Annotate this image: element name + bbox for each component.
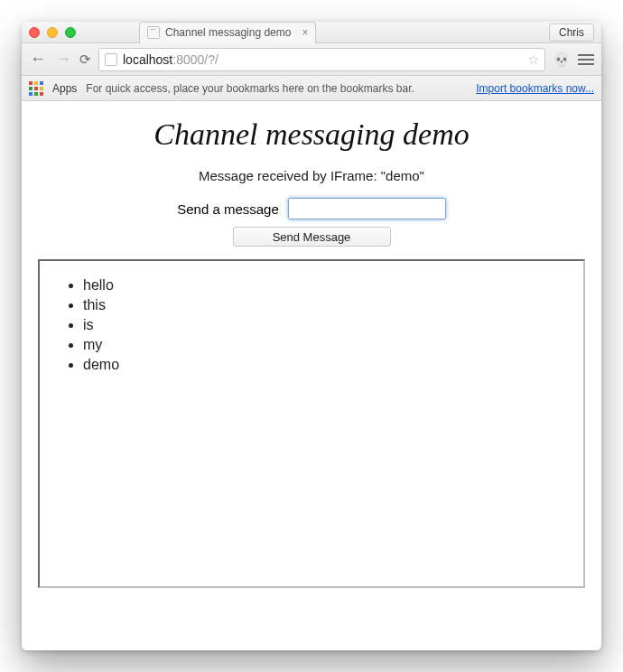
window-titlebar: Channel messaging demo × Chris — [22, 22, 601, 43]
extension-icon[interactable]: 💀 — [553, 51, 571, 68]
address-bar[interactable]: localhost:8000/?/ ☆ — [98, 48, 545, 71]
list-item: is — [83, 317, 563, 333]
import-bookmarks-link[interactable]: Import bookmarks now... — [476, 82, 594, 95]
bookmark-star-icon[interactable]: ☆ — [527, 51, 539, 68]
message-label: Send a message — [177, 201, 279, 217]
toolbar: ← → ⟳ localhost:8000/?/ ☆ 💀 — [22, 43, 601, 76]
close-tab-icon[interactable]: × — [302, 26, 308, 39]
browser-window: Channel messaging demo × Chris ← → ⟳ loc… — [22, 22, 601, 650]
iframe-panel: hellothisismydemo — [38, 259, 585, 588]
list-item: demo — [83, 357, 563, 373]
apps-icon[interactable] — [29, 81, 43, 96]
list-item: my — [83, 337, 563, 353]
profile-button[interactable]: Chris — [549, 23, 594, 42]
list-item: hello — [83, 277, 563, 294]
close-window-button[interactable] — [29, 27, 40, 38]
message-form: Send a message — [22, 198, 601, 219]
page-icon — [147, 26, 160, 39]
page-title: Channel messaging demo — [22, 117, 601, 152]
message-list: hellothisismydemo — [60, 277, 563, 373]
minimize-window-button[interactable] — [47, 27, 58, 38]
url-text: localhost:8000/?/ — [123, 52, 219, 67]
menu-button[interactable] — [578, 54, 594, 65]
tab-title: Channel messaging demo — [165, 26, 291, 39]
site-info-icon[interactable] — [105, 53, 117, 66]
send-message-button[interactable]: Send Message — [233, 227, 391, 247]
apps-label[interactable]: Apps — [52, 82, 77, 95]
maximize-window-button[interactable] — [65, 27, 76, 38]
reload-button[interactable]: ⟳ — [79, 51, 91, 68]
list-item: this — [83, 297, 563, 313]
message-input[interactable] — [288, 198, 446, 219]
status-text: Message received by IFrame: "demo" — [22, 168, 601, 183]
bookmarks-tip: For quick access, place your bookmarks h… — [86, 82, 414, 95]
page-content: Channel messaging demo Message received … — [22, 101, 601, 650]
browser-tab[interactable]: Channel messaging demo × — [139, 22, 316, 43]
window-controls — [29, 27, 76, 38]
forward-button[interactable]: → — [54, 50, 72, 69]
bookmarks-bar: Apps For quick access, place your bookma… — [22, 76, 601, 101]
back-button[interactable]: ← — [29, 50, 47, 69]
